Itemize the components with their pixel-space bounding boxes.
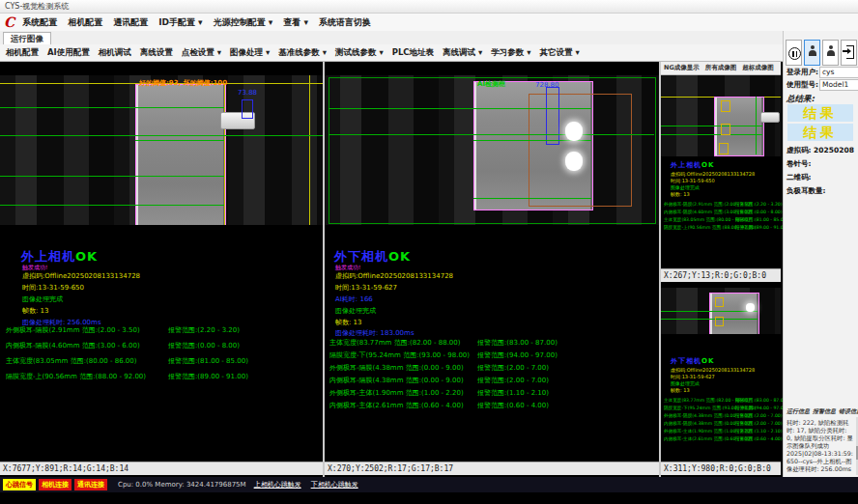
tool-offline-settings[interactable]: 离线设置 — [140, 47, 173, 59]
virtual-code: 虚拟码:Offline20250208133134728 — [22, 271, 140, 281]
measurement-row: 外侧极耳-隔膜(2.91mm 范围:(2.00 - 3.50) 报警范围:(2.… — [664, 202, 752, 207]
menu-system-config[interactable]: 系统配置 — [22, 16, 57, 29]
exit-button[interactable] — [841, 40, 857, 66]
blue-measure-box — [242, 99, 253, 119]
alarm-text: 报警范围:(83.00 - 87.00) — [735, 398, 787, 403]
tab-run-image[interactable]: 运行图像 — [3, 32, 51, 45]
tool-plc-address[interactable]: PLC地址表 — [392, 47, 434, 59]
annotation-box — [721, 100, 730, 112]
camera-result-title: 外上相机OK — [671, 160, 714, 170]
ng-tab-over-limit[interactable]: 超标成像图 — [742, 64, 774, 72]
ok-status: OK — [388, 249, 411, 264]
measurement-row: 隔膜宽度-下(95.24mm 范围:(93.00 - 98.00) 报警范围:(… — [329, 350, 654, 360]
tool-image-process[interactable]: 图像处理 ▾ — [230, 47, 270, 59]
capture-time: 时间:13-31-59-650 — [671, 178, 715, 183]
alarm-text: 报警范围:(2.00 - 7.00) — [735, 413, 783, 418]
measurement-row: 外侧极耳-隔膜(4.38mm 范围:(0.00 - 9.00) 报警范围:(2.… — [664, 413, 752, 418]
alarm-text: 报警范围:(89.00 - 91.00) — [735, 225, 787, 230]
camera-connect-badge: 相机连接 — [39, 479, 72, 490]
measurement-row: 主体宽度(83.05mm 范围:(80.00 - 86.00) 报警范围:(81… — [6, 356, 317, 366]
green-line — [0, 205, 224, 206]
menu-view[interactable]: 查看 ▾ — [283, 16, 308, 29]
tool-offline-debug[interactable]: 离线调试 ▾ — [443, 47, 482, 59]
ng-tab-all-images[interactable]: 所有成像图 — [705, 64, 737, 72]
menu-light-config[interactable]: 光源控制配置 ▾ — [214, 16, 273, 29]
exit-door-icon — [844, 45, 855, 60]
pixel-coordinate-bar: X:270;Y:2502;R:17;G:17;B:17 — [325, 462, 659, 475]
measure-value-label: 73.88 — [238, 89, 257, 97]
measure-value-label: 728.80 — [535, 81, 559, 89]
alarm-text: 报警范围:(2.20 - 3.20) — [168, 325, 240, 335]
measurement-row: 内侧极耳-隔膜(4.60mm 范围:(3.00 - 6.00) 报警范围:(0.… — [6, 341, 317, 350]
camera-name: 外下相机 — [334, 249, 388, 264]
menu-camera-config[interactable]: 相机配置 — [68, 16, 102, 29]
operator-button[interactable] — [822, 40, 839, 66]
alarm-text: 报警范围:(81.00 - 85.00) — [168, 356, 248, 366]
alarm-text: 报警范围:(81.00 - 85.00) — [735, 217, 787, 222]
green-line — [661, 134, 762, 135]
process-done: 图像处理完成 — [671, 184, 700, 190]
green-line — [0, 176, 224, 177]
ng-top-image[interactable] — [661, 75, 781, 156]
tool-camera-config[interactable]: 相机配置 — [6, 47, 39, 59]
menu-language-switch[interactable]: 系统语言切换 — [319, 16, 371, 29]
green-line — [0, 135, 323, 136]
app-window: CYS-视觉检测系统 C 系统配置 相机配置 通讯配置 ID手配置 ▾ 光源控制… — [0, 0, 858, 504]
tool-camera-debug[interactable]: 相机调试 — [99, 47, 131, 59]
ai-elapsed: AI耗时: 166 — [335, 294, 373, 304]
bottom-filler — [0, 492, 858, 504]
menu-robot-config[interactable]: ID手配置 ▾ — [158, 16, 202, 29]
tool-ai-use-config[interactable]: AI使用配置 — [47, 47, 90, 59]
measurement-row: 外侧极耳-隔膜(4.38mm 范围:(0.00 - 9.00) 报警范围:(2.… — [329, 363, 654, 373]
pixel-coordinate-bar: X:267;Y:13;R:0;G:0;B:0 — [661, 268, 781, 282]
yellow-line — [309, 75, 310, 225]
ng-top-panel: NG成像显示 所有成像图 超标成像图 外上相机OK 虚拟码:Offline202… — [661, 62, 781, 282]
right-sidebar: 登录用户: cys 使用型号: Model1 总结果: 结果 结果 虚拟码: 2… — [783, 31, 858, 477]
switch-user-button[interactable] — [804, 40, 820, 66]
tool-other-settings[interactable]: 其它设置 ▾ — [540, 47, 580, 59]
ng-tab-display[interactable]: NG成像显示 — [664, 64, 700, 72]
left-camera-image[interactable]: 73.88 好的阈值:93, 坏的阈值:100 — [0, 75, 323, 225]
info-tab-alarm[interactable]: 报警信息 — [813, 407, 836, 416]
measure-text: 隔膜宽度-下(95.24mm 范围:(93.00 - 98.00) — [329, 351, 470, 359]
menu-comm-config[interactable]: 通讯配置 — [113, 16, 148, 29]
pin-number-label: 卷针号: — [786, 159, 812, 169]
alarm-text: 报警范围:(2.00 - 7.00) — [477, 363, 549, 373]
ai-roi-label: AI检测框 — [477, 79, 505, 89]
ng-bottom-image[interactable] — [661, 288, 781, 334]
process-done: 图像处理完成 — [335, 306, 376, 316]
pause-button[interactable] — [786, 40, 802, 66]
upper-camera-trigger-link[interactable]: 上相机心跳触发 — [254, 480, 301, 490]
tool-testline-params[interactable]: 测试线参数 ▾ — [335, 47, 384, 59]
camera-name: 外上相机 — [671, 160, 701, 169]
result-box-bottom: 结果 — [787, 124, 853, 141]
measurement-row: 隔膜宽度-上(90.56mm 范围:(88.00 - 92.00) 报警范围:(… — [664, 225, 756, 230]
virtual-code: 虚拟码:Offline20250208133134728 — [671, 367, 755, 373]
green-line — [135, 140, 224, 141]
capture-time: 时间:13-31-59-650 — [22, 283, 84, 293]
measure-text: 主体宽度(83.77mm 范围:(82.00 - 88.00) — [329, 339, 461, 347]
lower-camera-trigger-link[interactable]: 下相机心跳触发 — [311, 480, 358, 490]
middle-camera-image[interactable]: AI检测框 728.80 — [325, 75, 659, 225]
info-tab-run[interactable]: 运行信息 — [786, 407, 810, 416]
measurement-row: 隔膜宽度-下(95.24mm 范围:(93.00 - 98.00) 报警范围:(… — [664, 406, 756, 410]
tool-baseline-params[interactable]: 基准线参数 ▾ — [278, 47, 327, 59]
tool-learn-params[interactable]: 学习参数 ▾ — [491, 47, 530, 59]
frame-count: 帧数: 13 — [671, 387, 690, 393]
annotation-box — [715, 317, 724, 326]
alarm-text: 报警范围:(0.00 - 8.00) — [735, 210, 783, 214]
window-titlebar: CYS-视觉检测系统 — [0, 0, 858, 14]
tool-spot-check[interactable]: 点检设置 ▾ — [182, 47, 221, 59]
virtual-code: 虚拟码:Offline20250208133134728 — [671, 171, 755, 177]
heartbeat-badge: 心跳信号 — [3, 479, 36, 490]
measurement-row: 外侧极耳-主体(1.90mm 范围:(1.00 - 2.20) 报警范围:(1.… — [664, 429, 752, 434]
negative-tab-count-label: 负极耳数量: — [786, 186, 826, 196]
measure-text: 主体宽度(83.05mm 范围:(80.00 - 86.00) — [6, 357, 137, 365]
measurement-row: 内侧极耳-隔膜(4.38mm 范围:(0.00 - 9.00) 报警范围:(2.… — [329, 376, 654, 385]
info-tab-error[interactable]: 错误信息 — [839, 407, 858, 416]
measurement-row: 主体宽度(83.05mm 范围:(80.00 - 86.00) 报警范围:(81… — [664, 217, 750, 222]
process-done: 图像处理完成 — [22, 294, 63, 304]
green-line — [661, 319, 758, 320]
pause-icon — [788, 47, 801, 60]
measurement-row: 外侧极耳-隔膜(2.91mm 范围:(2.00 - 3.50) 报警范围:(2.… — [6, 325, 317, 335]
